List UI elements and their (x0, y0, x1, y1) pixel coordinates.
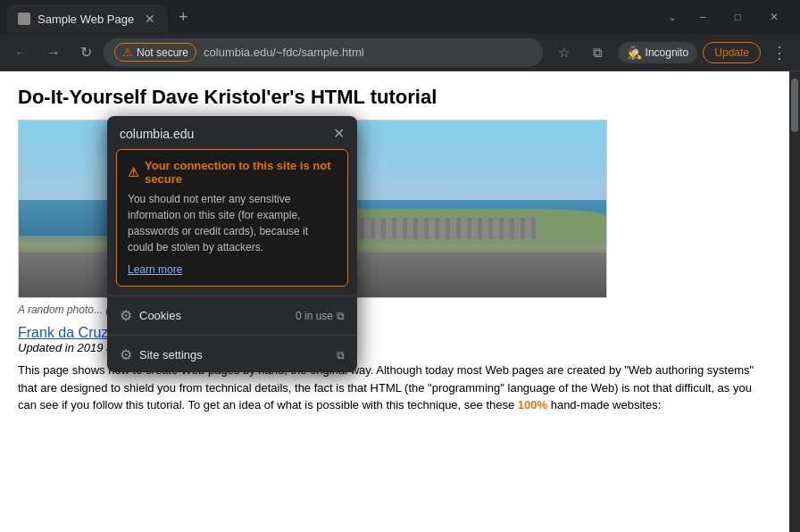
not-secure-label: Not secure (137, 46, 188, 59)
browser-toolbar: ← → ↻ ⚠ Not secure columbia.edu/~fdc/sam… (0, 34, 800, 71)
browser-window: Sample Web Page ✕ + ⌄ – □ ✕ ← → ↻ ⚠ Not … (0, 0, 800, 532)
url-display: columbia.edu/~fdc/sample.html (204, 46, 532, 59)
split-view-button[interactable]: ⧉ (584, 38, 612, 67)
omnibox[interactable]: ⚠ Not secure columbia.edu/~fdc/sample.ht… (104, 38, 543, 67)
cookies-icon: ⚙ (120, 307, 139, 324)
active-tab[interactable]: Sample Web Page ✕ (7, 4, 168, 33)
back-button[interactable]: ← (7, 38, 36, 67)
window-controls: ⌄ – □ ✕ (659, 5, 793, 29)
popup-divider-2 (107, 335, 357, 336)
popup-divider-1 (107, 295, 357, 296)
tab-favicon (18, 12, 30, 25)
vertical-scrollbar[interactable] (789, 71, 800, 532)
warning-body-text: You should not enter any sensitive infor… (128, 191, 337, 255)
browser-menu-button[interactable]: ⋮ (766, 39, 793, 66)
site-settings-icon: ⚙ (120, 346, 139, 363)
warning-triangle-icon: ⚠ (128, 165, 139, 179)
site-settings-link-icon: ⧉ (337, 349, 345, 362)
warning-title: ⚠ Your connection to this site is not se… (128, 159, 337, 186)
content-area: Do-It-Yourself Dave Kristol'er's HTML tu… (0, 71, 800, 532)
incognito-icon: 🕵 (627, 46, 642, 60)
close-button[interactable]: ✕ (755, 5, 793, 29)
popup-close-button[interactable]: ✕ (333, 125, 345, 142)
incognito-indicator[interactable]: 🕵 Incognito (618, 42, 698, 63)
forward-button[interactable]: → (39, 38, 68, 67)
toolbar-right-controls: ☆ ⧉ 🕵 Incognito Update ⋮ (550, 38, 793, 67)
cookies-row[interactable]: ⚙ Cookies 0 in use ⧉ (107, 298, 357, 333)
popup-domain: columbia.edu (120, 127, 194, 141)
learn-more-link[interactable]: Learn more (128, 263, 182, 276)
bookmark-button[interactable]: ☆ (550, 38, 579, 67)
warning-title-text: Your connection to this site is not secu… (145, 159, 337, 186)
incognito-label: Incognito (646, 46, 689, 59)
chevron-icon[interactable]: ⌄ (659, 5, 686, 29)
maximize-button[interactable]: □ (721, 5, 755, 29)
title-bar: Sample Web Page ✕ + ⌄ – □ ✕ (0, 0, 800, 34)
popup-header: columbia.edu ✕ (107, 116, 357, 149)
reload-button[interactable]: ↻ (71, 38, 100, 67)
author-link[interactable]: Frank da Cruz (18, 325, 108, 340)
site-settings-label: Site settings (139, 348, 337, 362)
split-icon: ⧉ (593, 45, 603, 61)
minimize-button[interactable]: – (686, 5, 721, 29)
tab-close-button[interactable]: ✕ (143, 11, 157, 27)
bookmark-icon: ☆ (558, 45, 570, 61)
security-warning-box: ⚠ Your connection to this site is not se… (116, 149, 348, 287)
security-popup: columbia.edu ✕ ⚠ Your connection to this… (107, 116, 357, 372)
cookies-value: 0 in use ⧉ (296, 310, 345, 322)
update-button[interactable]: Update (703, 42, 761, 63)
tab-title: Sample Web Page (38, 12, 136, 26)
page-title: Do-It-Yourself Dave Kristol'er's HTML tu… (18, 86, 771, 109)
not-secure-badge[interactable]: ⚠ Not secure (114, 43, 196, 62)
scrollbar-thumb[interactable] (791, 79, 798, 132)
cookies-count: 0 in use (296, 310, 333, 322)
site-settings-row[interactable]: ⚙ Site settings ⧉ (107, 337, 357, 372)
highlight-text: 100% (518, 398, 547, 411)
warning-icon: ⚠ (122, 46, 133, 59)
cookies-link-icon: ⧉ (337, 310, 345, 322)
cookies-label: Cookies (139, 309, 296, 322)
new-tab-button[interactable]: + (171, 4, 196, 30)
